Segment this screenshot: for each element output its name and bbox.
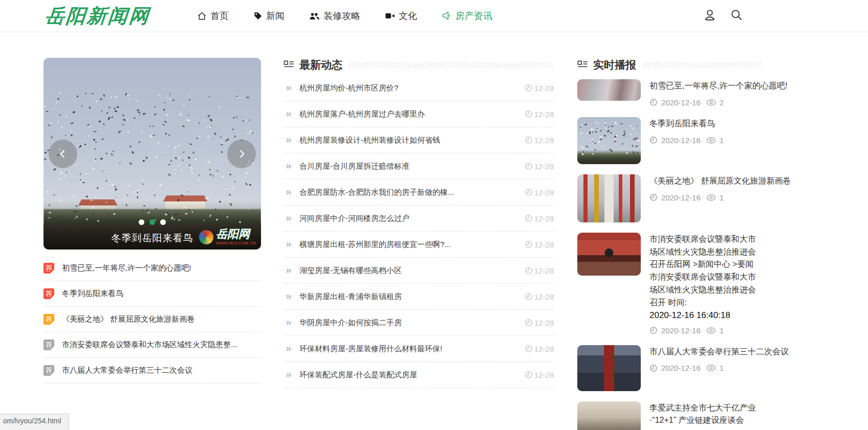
live-item-thumbnail[interactable] — [577, 117, 641, 164]
bird-speck — [111, 153, 114, 156]
nav-item-3[interactable]: 装修攻略 — [309, 10, 360, 22]
bird-speck — [222, 141, 224, 143]
live-item[interactable]: 初雪已至,一年将尽,许一个家的心愿吧!2020-12-162 — [577, 79, 763, 107]
hatch-divider — [349, 62, 554, 68]
latest-item[interactable]: 环保材料房屋-房屋装修用什么材料最环保!12-28 — [284, 336, 554, 362]
live-item-body: 初雪已至,一年将尽,许一个家的心愿吧!2020-12-162 — [649, 79, 763, 107]
nav-item-label: 新闻 — [266, 10, 285, 22]
bird-speck — [159, 95, 161, 96]
live-item-date: 2020-12-16 — [661, 326, 701, 335]
latest-item-title: 杭州房屋落户-杭州房屋过户去哪里办 — [299, 109, 525, 119]
bird-speck — [245, 176, 246, 177]
bird-speck — [127, 95, 129, 96]
nav-item-4[interactable]: 文化 — [385, 10, 417, 22]
bird-speck — [95, 196, 96, 198]
latest-item[interactable]: 杭州房屋落户-杭州房屋过户去哪里办12-28 — [284, 101, 554, 127]
home-icon — [197, 11, 207, 21]
bird-speck — [229, 174, 232, 176]
live-item-thumbnail[interactable] — [577, 233, 641, 276]
nav-item-5[interactable]: 房产资讯 — [442, 10, 492, 22]
bird-speck — [169, 98, 171, 100]
bird-speck — [623, 130, 625, 132]
bird-speck — [95, 159, 96, 160]
latest-item[interactable]: 杭州房屋均价-杭州市区房价?12-28 — [284, 75, 554, 101]
bird-speck — [59, 177, 61, 180]
live-item-thumbnail[interactable] — [577, 401, 641, 430]
left-column: 岳阳网 WWW.803.COM.CN 冬季到岳阳来看鸟 荐初雪已至,一年将尽,许… — [44, 58, 261, 383]
recommend-item[interactable]: 荐市八届人大常委会举行第三十二次会议 — [44, 358, 261, 383]
bird-speck — [614, 140, 617, 143]
eye-icon — [706, 137, 716, 144]
carousel-prev-button[interactable] — [49, 140, 77, 168]
bird-speck — [111, 97, 112, 99]
latest-item[interactable]: 湖玺房屋-无锡有哪些高档小区12-28 — [284, 258, 554, 284]
latest-item[interactable]: 华阴房屋中介-如何按揭二手房12-28 — [284, 310, 554, 336]
search-icon[interactable] — [730, 8, 743, 24]
hero-carousel[interactable]: 岳阳网 WWW.803.COM.CN 冬季到岳阳来看鸟 — [44, 58, 261, 250]
double-chevron-icon — [286, 346, 292, 352]
live-item[interactable]: 市消安委联席会议暨泰和大市场区域性火灾隐患整治推进会召开岳阳网 >新闻中心 >要… — [577, 233, 763, 335]
bird-speck — [198, 179, 201, 182]
nav-item-1[interactable]: 首页 — [197, 10, 229, 22]
latest-item[interactable]: 横塘房屋出租-苏州那里的房租便宜一些啊?...12-28 — [284, 232, 554, 258]
live-item-title: 《美丽之地》 舒展屈原文化旅游新画卷 — [649, 175, 763, 188]
bird-speck — [115, 110, 117, 112]
live-item[interactable]: 李爱武主持全市七大千亿产业 ·“12+1” 产业链建设座谈会 — [577, 401, 763, 430]
bird-speck — [85, 172, 87, 174]
live-column: 实时播报 初雪已至,一年将尽,许一个家的心愿吧!2020-12-162冬季到岳阳… — [577, 58, 763, 430]
live-item-thumbnail[interactable] — [577, 79, 641, 101]
clock-icon — [525, 84, 533, 92]
tag-icon — [253, 11, 263, 20]
latest-item-title: 杭州房屋均价-杭州市区房价? — [299, 83, 525, 93]
bird-speck — [135, 100, 137, 102]
bird-speck — [206, 197, 209, 200]
latest-item[interactable]: 华新房屋出租-青浦华新镇租房12-28 — [284, 284, 554, 310]
latest-item[interactable]: 河间房屋中介-河间楼房怎么过户12-28 — [284, 206, 554, 232]
live-item-thumbnail[interactable] — [577, 345, 641, 391]
latest-item-date: 12-28 — [525, 240, 554, 249]
latest-item[interactable]: 合肥房屋防水-合肥防水我们的房子新做的橡...12-28 — [284, 179, 554, 206]
bird-speck — [165, 132, 166, 134]
double-chevron-icon — [286, 85, 292, 92]
live-item[interactable]: 《美丽之地》 舒展屈原文化旅游新画卷2020-12-161 — [577, 174, 763, 222]
bird-speck — [183, 151, 185, 153]
bird-speck — [241, 97, 243, 99]
bird-speck — [604, 134, 606, 137]
megaphone-icon — [442, 11, 452, 21]
bird-speck — [81, 104, 83, 106]
site-logo[interactable]: 岳阳新闻网 — [44, 3, 151, 29]
latest-item[interactable]: 杭州房屋装修设计-杭州装修设计如何省钱12-28 — [284, 127, 554, 153]
carousel-dot-2[interactable] — [149, 219, 155, 225]
latest-item[interactable]: 合川房屋-合川房屋拆迁赔偿标准12-28 — [284, 153, 554, 179]
clock-icon — [649, 364, 658, 372]
bird-speck — [154, 194, 156, 197]
carousel-dot-1[interactable] — [139, 219, 144, 225]
bird-speck — [209, 168, 211, 170]
recommend-item[interactable]: 荐初雪已至,一年将尽,许一个家的心愿吧! — [44, 256, 261, 281]
live-item[interactable]: 市八届人大常委会举行第三十二次会议2020-12-161 — [577, 345, 763, 391]
live-item-title: 李爱武主持全市七大千亿产业 ·“12+1” 产业链建设座谈会 — [649, 402, 763, 427]
bird-speck — [122, 124, 124, 125]
carousel-dot-3[interactable] — [160, 219, 166, 225]
live-item-views: 1 — [720, 364, 724, 372]
bird-speck — [84, 143, 86, 145]
nav-item-2[interactable]: 新闻 — [253, 10, 285, 22]
latest-item[interactable]: 环保装配式房屋-什么是装配式房屋12-28 — [284, 362, 554, 388]
latest-item-date: 12-28 — [525, 162, 554, 171]
latest-item-date: 12-28 — [525, 319, 554, 327]
live-section-title: 实时播报 — [593, 58, 636, 72]
live-item-thumbnail[interactable] — [577, 174, 641, 222]
recommend-item[interactable]: 荐冬季到岳阳来看鸟 — [44, 281, 261, 307]
bird-speck — [59, 196, 61, 198]
recommend-item[interactable]: 荐市消安委联席会议暨泰和大市场区域性火灾隐患整... — [44, 332, 261, 358]
bird-speck — [234, 181, 235, 183]
live-item[interactable]: 冬季到岳阳来看鸟2020-12-161 — [577, 117, 763, 164]
clock-icon — [525, 162, 533, 170]
bird-speck — [207, 115, 210, 117]
user-icon[interactable] — [703, 8, 717, 24]
bird-speck — [141, 185, 142, 186]
recommend-item[interactable]: 荐《美丽之地》 舒展屈原文化旅游新画卷 — [44, 307, 261, 332]
carousel-next-button[interactable] — [227, 140, 256, 168]
recommend-title: 冬季到岳阳来看鸟 — [62, 289, 123, 299]
bird-speck — [610, 132, 613, 134]
